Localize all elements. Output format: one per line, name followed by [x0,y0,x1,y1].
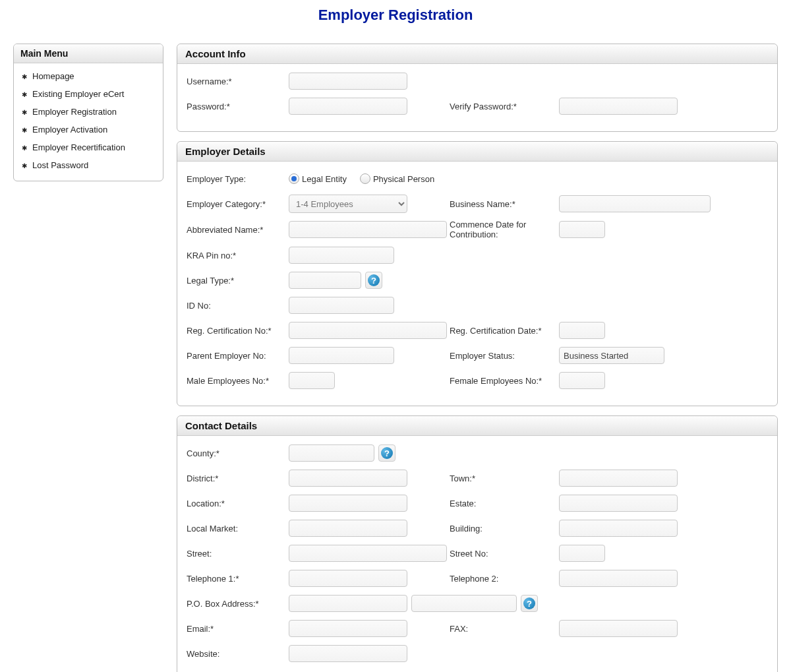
male-employees-input[interactable] [289,372,335,389]
reg-cert-no-input[interactable] [289,322,447,339]
estate-input[interactable] [559,495,678,512]
abbreviated-name-input[interactable] [289,221,447,238]
town-label: Town:* [447,473,559,483]
kra-pin-input[interactable] [289,247,394,264]
location-label: Location:* [187,499,289,508]
radio-legal-entity[interactable] [289,173,299,184]
town-input[interactable] [559,470,678,487]
estate-label: Estate: [447,499,559,508]
username-input[interactable] [289,73,407,90]
sidebar-item-label: Employer Activation [32,125,107,135]
contact-details-panel: Contact Details County:* ? District:* [177,415,778,672]
female-employees-label: Female Employees No:* [447,376,559,386]
page-title: Employer Registration [13,7,778,24]
employer-details-header: Employer Details [177,142,777,162]
street-no-input[interactable] [559,545,605,562]
county-help-button[interactable]: ? [378,444,396,462]
account-info-header: Account Info [177,44,777,64]
legal-type-input[interactable] [289,272,361,289]
pobox-help-button[interactable]: ? [521,595,538,612]
verify-password-input[interactable] [559,98,678,115]
location-input[interactable] [289,495,407,512]
radio-legal-entity-text: Legal Entity [302,174,347,184]
district-input[interactable] [289,470,407,487]
fax-label: FAX: [447,624,559,634]
contact-details-header: Contact Details [177,416,777,436]
main-menu-panel: Main Menu Homepage Existing Employer eCe… [13,44,163,181]
employer-status-field [559,347,664,364]
fax-input[interactable] [559,620,678,637]
email-input[interactable] [289,620,407,637]
sidebar-item-label: Lost Password [32,160,88,170]
sidebar-item-existing-ecert[interactable]: Existing Employer eCert [14,85,163,103]
verify-password-label: Verify Password:* [447,102,559,111]
county-input[interactable] [289,444,374,462]
website-input[interactable] [289,645,407,662]
sidebar-item-employer-registration[interactable]: Employer Registration [14,103,163,121]
help-icon: ? [368,274,380,286]
local-market-input[interactable] [289,520,407,537]
legal-type-help-button[interactable]: ? [365,272,382,289]
sidebar-item-label: Homepage [32,71,74,81]
street-no-label: Street No: [447,549,559,559]
business-name-label: Business Name:* [447,199,559,209]
parent-employer-label: Parent Employer No: [187,351,289,361]
employer-type-label: Employer Type: [187,174,289,184]
reg-cert-no-label: Reg. Certification No:* [187,326,289,336]
sidebar-item-employer-recertification[interactable]: Employer Recertification [14,138,163,156]
radio-physical-person-text: Physical Person [373,174,434,184]
help-icon: ? [523,597,535,609]
radio-physical-person[interactable] [360,173,370,184]
street-label: Street: [187,549,289,559]
sidebar-item-label: Employer Recertification [32,142,125,152]
local-market-label: Local Market: [187,524,289,534]
telephone1-label: Telephone 1:* [187,574,289,584]
radio-physical-person-label[interactable]: Physical Person [360,173,434,184]
male-employees-label: Male Employees No:* [187,376,289,386]
main-menu-header: Main Menu [14,44,163,63]
password-input[interactable] [289,98,407,115]
commence-date-input[interactable] [559,221,605,238]
commence-date-label: Commence Date for Contribution: [447,220,559,239]
id-no-label: ID No: [187,301,289,311]
password-label: Password:* [187,102,289,111]
employer-category-select[interactable]: 1-4 Employees [289,195,407,213]
kra-pin-label: KRA Pin no:* [187,251,289,260]
sidebar-item-homepage[interactable]: Homepage [14,67,163,85]
parent-employer-input[interactable] [289,347,394,364]
help-icon: ? [381,447,393,459]
employer-status-label: Employer Status: [447,351,559,361]
abbreviated-name-label: Abbreviated Name:* [187,225,289,235]
legal-type-label: Legal Type:* [187,276,289,286]
account-info-panel: Account Info Username:* Password:* Verif… [177,44,778,132]
pobox-address-input[interactable] [289,595,407,612]
id-no-input[interactable] [289,297,394,314]
sidebar-item-label: Employer Registration [32,107,117,117]
telephone2-input[interactable] [559,570,678,587]
reg-cert-date-label: Reg. Certification Date:* [447,326,559,336]
pobox-label: P.O. Box Address:* [187,599,289,609]
reg-cert-date-input[interactable] [559,322,605,339]
sidebar-item-employer-activation[interactable]: Employer Activation [14,121,163,138]
pobox-code-input[interactable] [411,595,517,612]
sidebar-item-lost-password[interactable]: Lost Password [14,156,163,174]
street-input[interactable] [289,545,447,562]
username-label: Username:* [187,76,289,86]
email-label: Email:* [187,624,289,634]
employer-details-panel: Employer Details Employer Type: Legal En… [177,141,778,406]
building-label: Building: [447,524,559,534]
employer-category-label: Employer Category:* [187,199,289,209]
building-input[interactable] [559,520,678,537]
business-name-input[interactable] [559,195,711,212]
radio-legal-entity-label[interactable]: Legal Entity [289,173,347,184]
sidebar-item-label: Existing Employer eCert [32,89,124,99]
county-label: County:* [187,448,289,458]
district-label: District:* [187,473,289,483]
female-employees-input[interactable] [559,372,605,389]
telephone1-input[interactable] [289,570,407,587]
telephone2-label: Telephone 2: [447,574,559,584]
website-label: Website: [187,649,289,659]
